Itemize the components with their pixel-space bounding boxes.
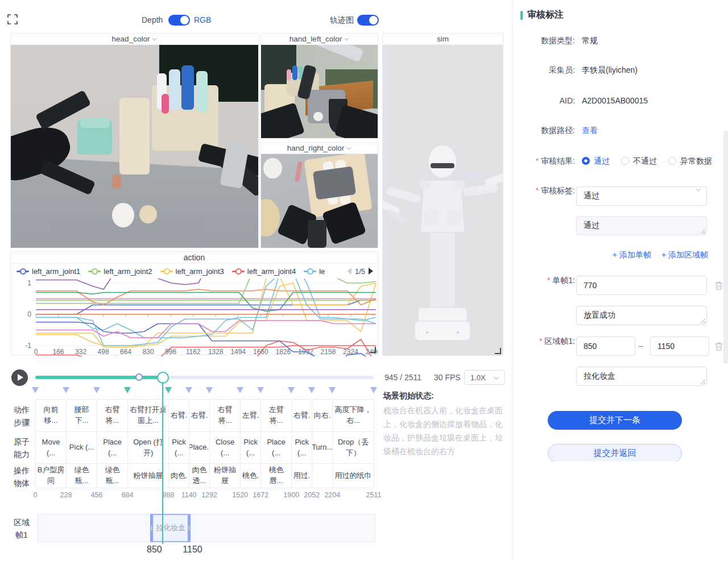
result-label: 审核结果: bbox=[512, 156, 575, 167]
region-frame-block[interactable]: 拉化妆盒 bbox=[150, 514, 191, 542]
submit-next-button[interactable]: 提交并下一条 bbox=[548, 411, 682, 430]
skill-cell[interactable]: Pick (... bbox=[169, 432, 189, 464]
object-cell[interactable]: B户型房间 bbox=[36, 464, 67, 488]
fullscreen-icon[interactable] bbox=[7, 14, 18, 24]
result-option-radio[interactable]: 异常数据 bbox=[668, 156, 712, 165]
timeline-marker[interactable] bbox=[32, 387, 39, 393]
timeline-marker[interactable] bbox=[185, 387, 192, 393]
timeline-marker[interactable] bbox=[370, 387, 377, 393]
object-cell[interactable]: 绿色瓶... bbox=[97, 464, 128, 488]
result-option-radio[interactable]: 不通过 bbox=[621, 156, 657, 165]
radio-icon[interactable] bbox=[582, 157, 590, 165]
skill-cell[interactable]: Close (... bbox=[210, 432, 241, 464]
play-button[interactable] bbox=[11, 369, 28, 386]
result-option-selected[interactable]: 通过 bbox=[582, 156, 610, 165]
step-cell[interactable]: 左臂. bbox=[241, 400, 261, 432]
region-end-input[interactable]: 1150 bbox=[650, 336, 709, 356]
step-cell[interactable]: 腰部下... bbox=[67, 400, 97, 432]
skill-cell[interactable]: Place (... bbox=[261, 432, 292, 464]
chart-plot[interactable]: 210-1-2016633249866483099611621328149416… bbox=[11, 279, 378, 358]
resize-handle-icon[interactable] bbox=[495, 348, 501, 354]
tag-select[interactable]: 通过 bbox=[576, 186, 707, 206]
object-cell[interactable]: 用过. bbox=[292, 464, 312, 488]
svg-text:1826: 1826 bbox=[276, 348, 291, 356]
data-path-view-link[interactable]: 查看 bbox=[582, 126, 598, 136]
step-cell[interactable]: 右臂. bbox=[292, 400, 312, 432]
object-cell[interactable]: 桃色唇... bbox=[261, 464, 292, 488]
object-cell[interactable]: 用过的纸巾 bbox=[333, 464, 374, 488]
region-start-input[interactable]: 850 bbox=[576, 336, 635, 356]
skill-cell[interactable]: Pick (... bbox=[241, 432, 261, 464]
skill-cell[interactable]: Pick (... bbox=[292, 432, 312, 464]
timeline-marker[interactable] bbox=[93, 387, 100, 393]
submit-back-button[interactable]: 提交并返回 bbox=[548, 444, 682, 462]
hand-left-camera-header[interactable]: hand_left_color bbox=[261, 34, 378, 45]
timeline-marker[interactable] bbox=[257, 387, 264, 393]
aid-label: AID: bbox=[512, 96, 575, 105]
head-camera-image bbox=[11, 45, 258, 248]
timeline-marker[interactable] bbox=[237, 387, 243, 393]
step-cell[interactable]: 右臂将... bbox=[97, 400, 128, 432]
single-frame-input[interactable]: 770 bbox=[576, 276, 707, 295]
object-cell[interactable]: 粉饼抽屉 bbox=[210, 464, 241, 488]
trajectory-toggle[interactable] bbox=[357, 15, 379, 26]
delete-region-frame-icon[interactable] bbox=[714, 342, 723, 351]
single-frame-note-textarea[interactable]: 放置成功 bbox=[576, 306, 707, 325]
legend-item[interactable]: left_arm_joint3 bbox=[160, 267, 224, 276]
timeline-marker[interactable] bbox=[288, 387, 295, 393]
radio-icon[interactable] bbox=[621, 157, 629, 165]
legend-next-icon[interactable] bbox=[369, 268, 373, 275]
resize-handle-icon[interactable] bbox=[370, 347, 376, 353]
legend-item[interactable]: left_arm_joint2 bbox=[88, 267, 152, 276]
skill-cell[interactable]: Turn... bbox=[312, 432, 333, 464]
object-cell[interactable]: 肉色透... bbox=[189, 464, 210, 488]
region-frame-track[interactable]: 拉化妆盒 bbox=[38, 514, 375, 542]
legend-marker-icon bbox=[232, 268, 245, 274]
add-region-frame-link[interactable]: + 添加区域帧 bbox=[661, 250, 708, 260]
legend-item[interactable]: le bbox=[304, 267, 325, 276]
legend-marker-icon bbox=[88, 268, 101, 274]
object-cell[interactable]: 肉色. bbox=[169, 464, 189, 488]
region-handle-left[interactable] bbox=[150, 515, 153, 541]
region-handle-right[interactable] bbox=[188, 515, 191, 541]
row-label-steps: 动作步骤 bbox=[13, 404, 31, 429]
timeline-marker[interactable] bbox=[63, 387, 69, 393]
sim-viewport[interactable] bbox=[383, 45, 503, 356]
delete-single-frame-icon[interactable] bbox=[714, 281, 723, 290]
object-cell[interactable]: 绿色瓶... bbox=[67, 464, 97, 488]
skill-cell[interactable]: Pick (... bbox=[67, 432, 97, 464]
object-cell[interactable]: 桃色. bbox=[241, 464, 261, 488]
step-cell[interactable]: 右臂将... bbox=[210, 400, 241, 432]
step-cell[interactable]: 左臂将... bbox=[261, 400, 292, 432]
head-camera-header[interactable]: head_color bbox=[11, 34, 258, 45]
skill-cell[interactable]: Move (... bbox=[36, 432, 67, 464]
timeline-marker[interactable] bbox=[308, 387, 315, 393]
step-cell[interactable]: 向右. bbox=[312, 400, 333, 432]
step-cell[interactable]: 高度下降，右... bbox=[333, 400, 374, 432]
skill-cell[interactable]: Drop（丢下） bbox=[333, 432, 374, 464]
speed-select[interactable]: 1.0X bbox=[464, 370, 505, 385]
legend-item[interactable]: left_arm_joint4 bbox=[232, 267, 296, 276]
segment-column: 向右.Turn... bbox=[312, 400, 333, 488]
skill-cell[interactable]: Place (... bbox=[97, 432, 128, 464]
step-cell[interactable]: 向前移... bbox=[36, 400, 67, 432]
hand-right-camera-header[interactable]: hand_right_color bbox=[261, 143, 378, 154]
step-cell[interactable]: 右臂. bbox=[169, 400, 189, 432]
object-cell[interactable] bbox=[312, 464, 333, 488]
depth-rgb-toggle[interactable] bbox=[168, 15, 190, 26]
legend-prev-icon[interactable] bbox=[347, 268, 351, 275]
legend-item[interactable]: left_arm_joint1 bbox=[16, 267, 80, 276]
scrollbar-thumb[interactable] bbox=[723, 131, 728, 364]
single-frame-marker-dot[interactable] bbox=[135, 373, 143, 381]
radio-icon[interactable] bbox=[668, 157, 676, 165]
add-single-frame-link[interactable]: + 添加单帧 bbox=[613, 250, 651, 260]
timeline-marker-active[interactable] bbox=[124, 387, 131, 393]
skill-cell[interactable]: Place.. bbox=[189, 432, 210, 464]
scene-label: 场景初始状态: bbox=[383, 391, 505, 401]
timeline-marker[interactable] bbox=[206, 387, 213, 393]
timeline-marker[interactable] bbox=[329, 387, 336, 393]
step-cell[interactable]: 右臂. bbox=[189, 400, 210, 432]
tag-note-textarea[interactable]: 通过 bbox=[576, 216, 707, 235]
timeline-marker-active[interactable] bbox=[165, 387, 172, 393]
region-note-textarea[interactable]: 拉化妆盒 bbox=[576, 367, 707, 386]
